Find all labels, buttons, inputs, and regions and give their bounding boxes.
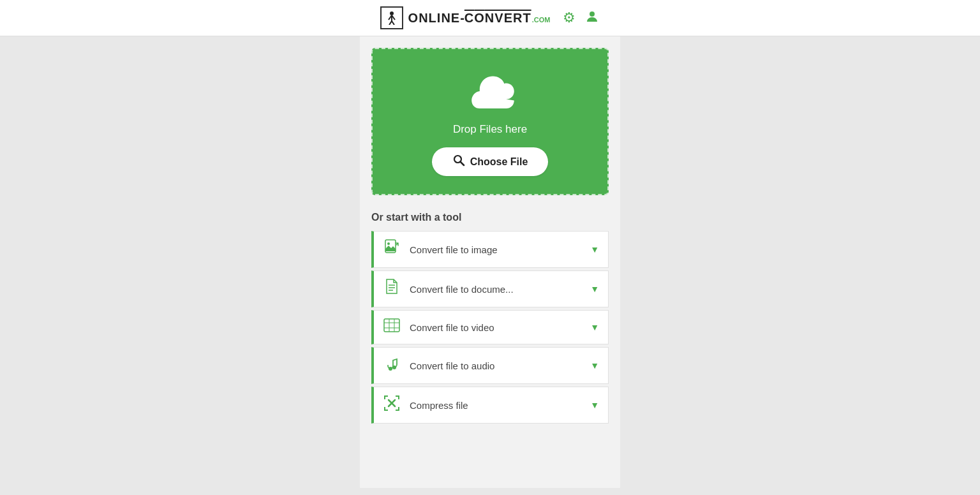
logo: ONLINE - CONVERT .COM [380,6,551,29]
page-wrapper: ONLINE - CONVERT .COM ⚙ [0,0,980,495]
scroll-area[interactable]: Drop Files here Choose File Or start wit… [360,36,620,488]
settings-icon[interactable]: ⚙ [563,10,575,26]
choose-file-label: Choose File [470,156,528,168]
logo-icon [380,6,403,29]
search-svg [452,154,465,166]
tool-label-video: Convert file to video [410,322,581,333]
tool-item-document[interactable]: Convert file to docume... ▼ [371,270,609,307]
svg-marker-24 [384,407,388,411]
logo-convert: CONVERT [464,11,531,26]
tool-section-title: Or start with a tool [371,212,609,223]
image-icon-svg [384,239,399,256]
logo-com: .COM [532,16,551,24]
logo-figure-icon [385,11,399,25]
search-icon [452,154,465,170]
user-icon[interactable] [584,9,600,27]
video-icon-svg [383,318,400,332]
svg-line-9 [460,162,464,166]
svg-marker-25 [396,407,399,411]
tool-list: Convert file to image ▼ [371,231,609,426]
svg-point-20 [389,367,392,371]
chevron-down-icon-image: ▼ [590,244,599,255]
cloud-upload-icon [461,68,519,114]
svg-point-21 [392,366,396,369]
tool-label-compress: Compress file [410,400,581,411]
drop-text: Drop Files here [453,123,527,136]
audio-icon-svg [384,355,399,372]
svg-marker-23 [396,395,399,399]
svg-point-11 [387,242,390,245]
audio-tool-icon [383,355,401,376]
compress-tool-icon [383,395,401,415]
chevron-down-icon-compress: ▼ [590,400,599,410]
chevron-down-icon-video: ▼ [590,322,599,332]
chevron-down-icon-audio: ▼ [590,360,599,371]
document-tool-icon [383,279,401,299]
svg-line-5 [392,21,394,25]
header-icons: ⚙ [563,9,600,27]
tool-item-compress[interactable]: Compress file ▼ [371,387,609,424]
main-content: Drop Files here Choose File Or start wit… [360,36,620,488]
tool-item-video[interactable]: Convert file to video ▼ [371,310,609,344]
svg-point-6 [590,11,595,17]
svg-rect-15 [384,319,399,332]
tool-item-image[interactable]: Convert file to image ▼ [371,231,609,268]
choose-file-button[interactable]: Choose File [432,147,549,176]
tool-label-audio: Convert file to audio [410,360,581,371]
video-tool-icon [383,318,401,336]
svg-point-0 [390,11,394,15]
compress-icon-svg [383,395,400,411]
tool-label-document: Convert file to docume... [410,284,581,295]
tool-label-image: Convert file to image [410,244,581,255]
svg-marker-22 [384,395,388,399]
chevron-down-icon-document: ▼ [590,284,599,294]
upload-dropzone[interactable]: Drop Files here Choose File [371,48,609,195]
logo-online: ONLINE [408,11,461,26]
tool-item-audio[interactable]: Convert file to audio ▼ [371,347,609,384]
header-inner: ONLINE - CONVERT .COM ⚙ [380,6,600,29]
user-svg [584,9,600,24]
document-icon-svg [385,279,399,295]
header: ONLINE - CONVERT .COM ⚙ [0,0,980,36]
tool-section: Or start with a tool Convert fi [360,203,620,431]
image-tool-icon [383,239,401,260]
